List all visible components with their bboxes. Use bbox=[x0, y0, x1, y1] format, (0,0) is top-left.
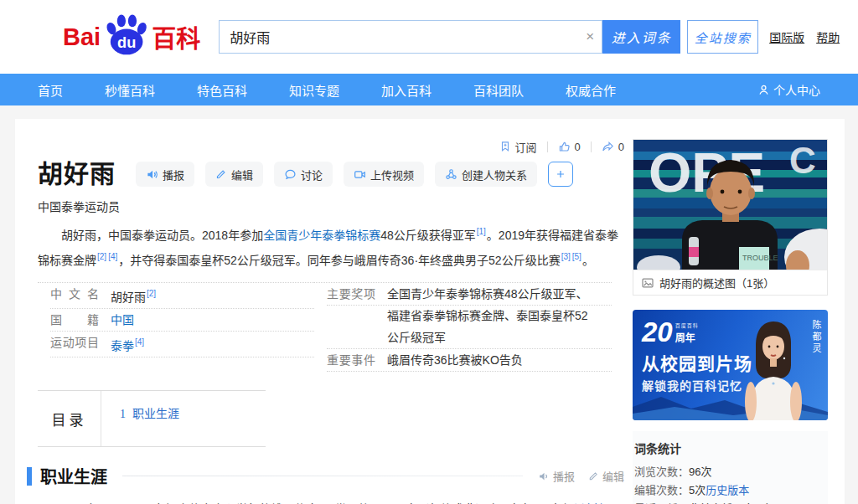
toc-item-career[interactable]: 1职业生涯 bbox=[120, 404, 179, 421]
reference-sup[interactable]: [4] bbox=[108, 252, 117, 261]
site-search-button[interactable]: 全站搜索 bbox=[687, 20, 758, 54]
stat-views: 浏览次数：96次 bbox=[634, 463, 826, 481]
help-link[interactable]: 帮助 bbox=[816, 28, 840, 45]
toc-list: 1职业生涯 bbox=[101, 391, 179, 446]
summary-text: 胡好雨，中国泰拳运动员。2018年参加 bbox=[61, 229, 263, 242]
svg-text:du: du bbox=[117, 34, 136, 51]
summary-text: 。 bbox=[582, 253, 594, 266]
promo-banner[interactable]: 20 百度百科 周年 从校园到片场 解锁我的百科记忆 bbox=[633, 310, 828, 420]
discuss-button[interactable]: 讨论 bbox=[274, 162, 333, 187]
chat-icon bbox=[284, 168, 297, 181]
baidu-paw-icon: du bbox=[101, 14, 150, 56]
nav-item-team[interactable]: 百科团队 bbox=[473, 81, 524, 99]
banner-subline: 解锁我的百科记忆 bbox=[642, 377, 742, 393]
broadcast-button[interactable]: 播报 bbox=[136, 162, 194, 187]
stat-edits: 编辑次数：5次历史版本 bbox=[634, 481, 826, 500]
subscribe-button[interactable]: 订阅 bbox=[499, 139, 537, 155]
basic-infobox: 中文名 胡好雨[2] 国籍 中国 运动项目 泰拳[4] 主要奖项 全国青少年泰拳… bbox=[38, 282, 624, 372]
section-divider bbox=[122, 476, 523, 476]
nationality-link[interactable]: 中国 bbox=[111, 313, 134, 327]
enter-entry-button[interactable]: 进入词条 bbox=[602, 20, 680, 54]
page-background: 订阅 0 0 胡好雨 bbox=[0, 105, 858, 504]
reference-sup[interactable]: [2] bbox=[147, 289, 156, 298]
entry-subtitle: 中国泰拳运动员 bbox=[38, 198, 624, 214]
banner-headline: 从校园到片场 bbox=[642, 350, 752, 375]
speaker-icon bbox=[146, 168, 158, 181]
title-row: 胡好雨 播报 bbox=[38, 157, 624, 191]
section-accent-bar bbox=[27, 467, 32, 486]
video-icon bbox=[354, 168, 366, 181]
divider bbox=[591, 141, 592, 152]
create-relation-button[interactable]: 创建人物关系 bbox=[435, 162, 537, 187]
main-nav: 首页 秒懂百科 特色百科 知识专题 加入百科 百科团队 权威合作 个人中心 bbox=[0, 74, 858, 105]
speaker-icon bbox=[538, 471, 550, 482]
reference-sup[interactable]: [1] bbox=[477, 227, 486, 236]
sport-link[interactable]: 泰拳 bbox=[111, 339, 134, 352]
search-input[interactable] bbox=[219, 20, 602, 54]
career-paragraph: 2019年1月12日，在坪山体育中心举行的峨眉传奇36·世界格斗冠军赛（年终盛典… bbox=[38, 498, 624, 504]
reference-sup[interactable]: [2] bbox=[97, 252, 106, 261]
overview-photo-card[interactable]: OPE C TROUBLE bbox=[633, 139, 828, 296]
infobox-row-key-event: 重要事件 峨眉传奇36比赛被KO告负 bbox=[327, 349, 612, 372]
celebrity-name: 陈都灵 bbox=[809, 320, 823, 355]
svg-text:C: C bbox=[789, 140, 816, 181]
top-header: Bai du 百科 × 进入词条 全站搜索 国际版 帮助 bbox=[0, 0, 858, 74]
section-edit-button[interactable]: 编辑 bbox=[588, 468, 624, 484]
nav-item-cooperation[interactable]: 权威合作 bbox=[566, 81, 616, 99]
baike-logo[interactable]: Bai du 百科 bbox=[63, 16, 200, 58]
infobox-row-nationality: 国籍 中国 bbox=[50, 309, 314, 332]
toc-title: 目录 bbox=[38, 391, 101, 446]
section-header-career: 职业生涯 播报 bbox=[38, 464, 624, 488]
history-versions-link[interactable]: 历史版本 bbox=[706, 484, 749, 496]
pencil-icon bbox=[215, 168, 227, 180]
infobox-row-awards: 主要奖项 全国青少年泰拳锦标赛48公斤级亚军、福建省泰拳锦标赛金牌、泰国泰皇杯5… bbox=[327, 283, 612, 349]
edit-button[interactable]: 编辑 bbox=[205, 162, 263, 187]
upload-video-button[interactable]: 上传视频 bbox=[344, 162, 424, 187]
reference-sup[interactable]: [4] bbox=[135, 337, 144, 347]
nav-item-featured[interactable]: 特色百科 bbox=[197, 81, 247, 99]
like-count: 0 bbox=[575, 141, 581, 153]
summary-link[interactable]: 全国青少年泰拳锦标赛 bbox=[263, 229, 380, 242]
page-title: 胡好雨 bbox=[38, 157, 116, 191]
table-of-contents: 目录 1职业生涯 bbox=[38, 390, 266, 447]
section-broadcast-button[interactable]: 播报 bbox=[538, 468, 575, 484]
image-icon bbox=[641, 276, 654, 290]
engage-row: 订阅 0 0 bbox=[38, 139, 624, 154]
section-actions: 播报 编辑 bbox=[538, 468, 624, 484]
share-button[interactable]: 0 bbox=[602, 141, 624, 153]
pencil-icon bbox=[588, 471, 599, 481]
international-link[interactable]: 国际版 bbox=[769, 28, 804, 45]
logo-text-bai: Bai bbox=[63, 23, 101, 51]
reference-sup[interactable]: [3] bbox=[561, 252, 571, 261]
user-center-link[interactable]: 个人中心 bbox=[757, 81, 820, 98]
anniversary-logo: 20 百度百科 周年 bbox=[642, 318, 699, 346]
reference-sup[interactable]: [5] bbox=[572, 252, 581, 261]
clear-search-icon[interactable]: × bbox=[586, 28, 594, 46]
summary-text: 48公斤级获得亚军 bbox=[380, 229, 476, 242]
summary-paragraph: 胡好雨，中国泰拳运动员。2018年参加全国青少年泰拳锦标赛48公斤级获得亚军[1… bbox=[38, 221, 624, 270]
like-button[interactable]: 0 bbox=[558, 141, 581, 153]
share-count: 0 bbox=[618, 141, 624, 153]
entry-card: 订阅 0 0 胡好雨 bbox=[15, 119, 845, 504]
infobox-row-sport: 运动项目 泰拳[4] bbox=[50, 332, 314, 357]
nav-item-home[interactable]: 首页 bbox=[38, 81, 63, 99]
summary-text: ，并夺得泰国泰皇杯52公斤级冠军。同年参与峨眉传奇36·年终盛典男子52公斤级比… bbox=[118, 253, 560, 266]
nav-item-topics[interactable]: 知识专题 bbox=[289, 81, 339, 99]
infobox-right-column: 主要奖项 全国青少年泰拳锦标赛48公斤级亚军、福建省泰拳锦标赛金牌、泰国泰皇杯5… bbox=[314, 282, 612, 372]
divider bbox=[547, 141, 548, 152]
svg-text:TROUBLE: TROUBLE bbox=[742, 254, 778, 262]
thumbs-up-icon bbox=[558, 141, 571, 153]
infobox-left-column: 中文名 胡好雨[2] 国籍 中国 运动项目 泰拳[4] bbox=[38, 282, 314, 372]
header-links: 国际版 帮助 bbox=[769, 28, 840, 45]
stat-latest-update: 最近更新：弗兰奇新四皇 （2026-03-30） bbox=[634, 500, 826, 504]
photo-caption[interactable]: 胡好雨的概述图（1张） bbox=[633, 270, 827, 295]
right-sidebar: OPE C TROUBLE bbox=[633, 139, 828, 504]
plus-icon bbox=[555, 168, 566, 180]
relation-icon bbox=[445, 168, 457, 181]
athlete-photo: OPE C TROUBLE bbox=[633, 140, 827, 270]
infobox-row-chinese-name: 中文名 胡好雨[2] bbox=[50, 283, 314, 309]
nav-item-miaodong[interactable]: 秒懂百科 bbox=[105, 81, 155, 99]
nav-item-join[interactable]: 加入百科 bbox=[381, 81, 432, 99]
add-button[interactable] bbox=[548, 162, 573, 187]
share-icon bbox=[602, 141, 614, 153]
